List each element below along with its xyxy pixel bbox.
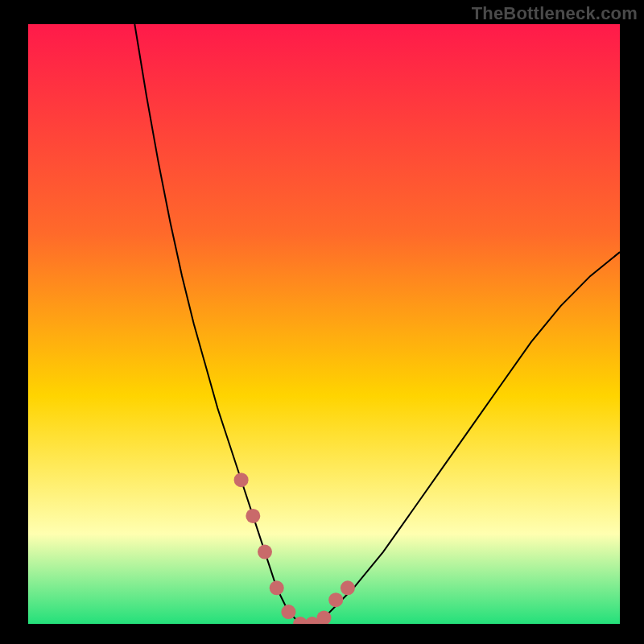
gradient-background xyxy=(28,24,620,624)
bottleneck-chart xyxy=(28,24,620,624)
marker-dot xyxy=(234,473,249,487)
marker-dot xyxy=(246,509,260,523)
marker-dot xyxy=(328,592,343,607)
marker-dot xyxy=(270,580,284,595)
plot-area xyxy=(28,24,620,624)
marker-dot xyxy=(341,580,355,595)
watermark-text: TheBottleneck.com xyxy=(472,3,638,24)
marker-dot xyxy=(258,545,272,559)
chart-frame: TheBottleneck.com xyxy=(0,0,644,644)
marker-dot xyxy=(281,605,295,619)
